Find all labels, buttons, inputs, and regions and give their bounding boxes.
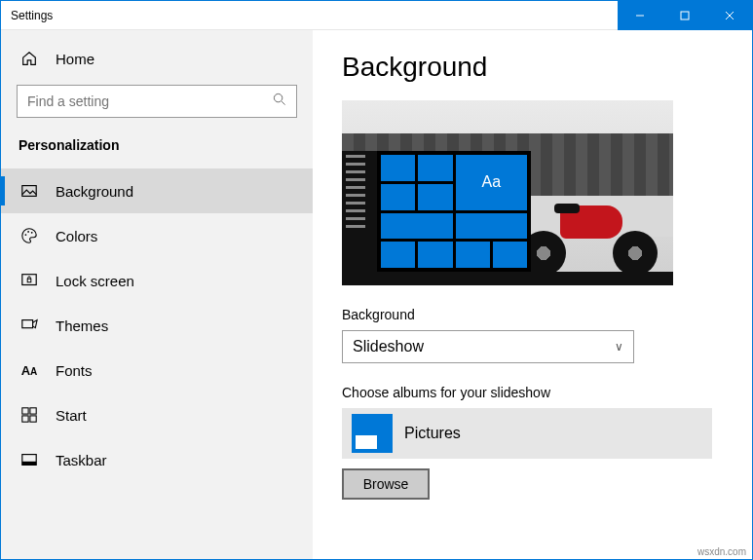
album-label: Choose albums for your slideshow bbox=[342, 385, 729, 400]
sidebar-item-label: Background bbox=[56, 183, 133, 200]
fonts-icon: AA bbox=[20, 363, 38, 378]
palette-icon bbox=[20, 227, 38, 244]
svg-point-7 bbox=[25, 234, 27, 236]
main-panel: Background Aa Background bbox=[313, 30, 752, 560]
background-dropdown-value: Slideshow bbox=[353, 338, 424, 355]
svg-rect-16 bbox=[30, 416, 36, 422]
browse-button-label: Browse bbox=[363, 476, 409, 492]
home-icon bbox=[20, 50, 38, 67]
background-label: Background bbox=[342, 307, 729, 322]
desktop-preview: Aa bbox=[342, 100, 673, 285]
maximize-button[interactable] bbox=[662, 1, 707, 30]
svg-point-9 bbox=[31, 232, 33, 234]
album-value: Pictures bbox=[404, 425, 461, 442]
svg-rect-13 bbox=[22, 408, 28, 414]
home-label: Home bbox=[56, 51, 94, 67]
browse-button[interactable]: Browse bbox=[342, 468, 430, 500]
titlebar: Settings bbox=[1, 1, 752, 30]
svg-rect-15 bbox=[22, 416, 28, 422]
sidebar-item-label: Lock screen bbox=[56, 273, 134, 289]
window-controls bbox=[618, 1, 752, 30]
start-icon bbox=[20, 406, 38, 424]
sidebar-item-themes[interactable]: Themes bbox=[1, 303, 313, 348]
sidebar-item-label: Start bbox=[56, 407, 87, 424]
preview-start-menu: Aa bbox=[342, 151, 531, 272]
sidebar-item-label: Fonts bbox=[56, 362, 93, 379]
lock-icon bbox=[20, 272, 38, 289]
svg-rect-18 bbox=[22, 462, 36, 466]
chevron-down-icon: ∨ bbox=[615, 340, 623, 354]
sidebar-item-fonts[interactable]: AA Fonts bbox=[1, 348, 313, 392]
svg-rect-12 bbox=[22, 320, 33, 328]
picture-icon bbox=[20, 182, 38, 200]
sidebar: Home Personalization Background Colors L… bbox=[1, 30, 313, 560]
sidebar-item-label: Themes bbox=[56, 317, 108, 334]
svg-rect-6 bbox=[22, 186, 36, 197]
sidebar-item-label: Taskbar bbox=[56, 452, 107, 468]
section-header: Personalization bbox=[1, 131, 313, 168]
svg-rect-11 bbox=[27, 279, 31, 282]
sidebar-item-colors[interactable]: Colors bbox=[1, 213, 313, 258]
svg-rect-10 bbox=[22, 275, 36, 285]
watermark: wsxdn.com bbox=[697, 546, 746, 557]
sidebar-item-label: Colors bbox=[56, 228, 97, 244]
folder-icon bbox=[352, 414, 393, 453]
sidebar-item-taskbar[interactable]: Taskbar bbox=[1, 437, 313, 482]
window-title: Settings bbox=[1, 9, 618, 22]
home-nav[interactable]: Home bbox=[1, 40, 313, 77]
svg-point-4 bbox=[274, 93, 282, 101]
sidebar-item-lockscreen[interactable]: Lock screen bbox=[1, 258, 313, 303]
svg-rect-1 bbox=[681, 12, 689, 19]
minimize-button[interactable] bbox=[618, 1, 662, 30]
background-dropdown[interactable]: Slideshow ∨ bbox=[342, 330, 634, 363]
svg-line-5 bbox=[282, 101, 285, 105]
taskbar-icon bbox=[20, 451, 38, 468]
search-icon bbox=[273, 93, 286, 110]
sidebar-item-background[interactable]: Background bbox=[1, 168, 313, 213]
page-title: Background bbox=[342, 52, 729, 83]
sidebar-item-start[interactable]: Start bbox=[1, 392, 313, 437]
themes-icon bbox=[20, 317, 38, 334]
search-input[interactable] bbox=[27, 93, 273, 109]
search-box[interactable] bbox=[17, 85, 297, 118]
svg-point-8 bbox=[27, 231, 29, 233]
preview-sample-tile: Aa bbox=[456, 155, 528, 210]
close-button[interactable] bbox=[707, 1, 752, 30]
svg-rect-14 bbox=[30, 408, 36, 414]
album-selection[interactable]: Pictures bbox=[342, 408, 712, 459]
preview-wallpaper-subject bbox=[521, 188, 658, 276]
